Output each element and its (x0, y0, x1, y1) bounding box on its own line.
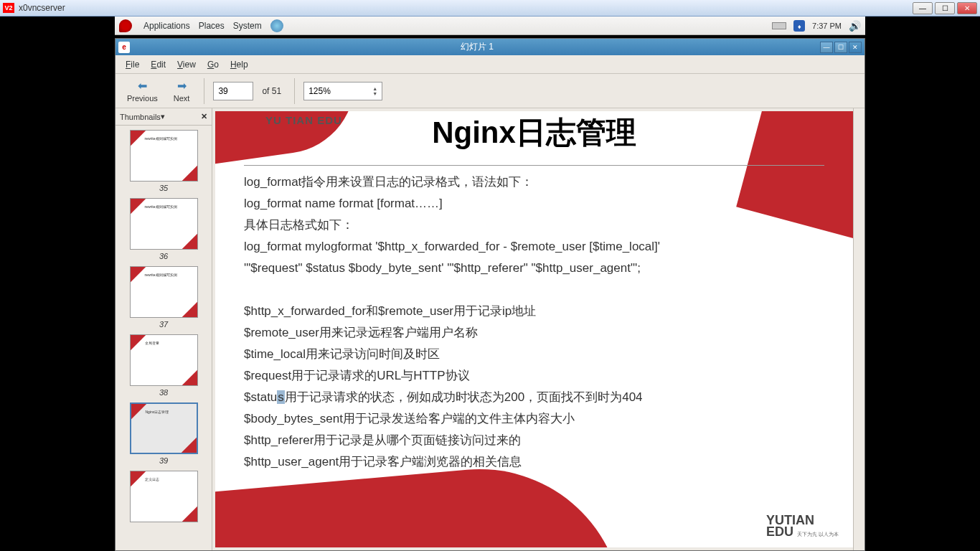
menu-go[interactable]: Go (203, 58, 223, 71)
menubar: File Edit View Go Help (116, 55, 864, 74)
thumbnail-item[interactable]: rewrite规则编写实例37 (116, 266, 212, 329)
app-maximize-button[interactable]: ☐ (834, 42, 847, 53)
thumbnail-item[interactable]: Nginx日志管理39 (116, 402, 212, 465)
app-minimize-button[interactable]: — (820, 42, 833, 53)
menu-applications[interactable]: Applications (143, 21, 190, 31)
arrow-left-icon: ⬅ (138, 79, 147, 93)
app-close-button[interactable]: ✕ (849, 42, 862, 53)
separator (204, 78, 204, 104)
speaker-icon[interactable]: 🔊 (849, 20, 861, 32)
app-title: 幻灯片 1 (134, 41, 820, 53)
browser-icon[interactable] (270, 19, 283, 32)
menu-system[interactable]: System (233, 21, 262, 31)
thumbnail-item[interactable]: rewrite规则编写实例35 (116, 130, 212, 192)
slide-title: Nginx日志管理 (215, 113, 853, 153)
menu-file[interactable]: File (121, 58, 143, 71)
scrollbar[interactable] (853, 108, 864, 550)
thumbnail-item[interactable]: 定义日志 (116, 471, 212, 524)
battery-icon[interactable] (772, 22, 786, 29)
menu-view[interactable]: View (173, 58, 200, 71)
previous-button[interactable]: ⬅ Previous (121, 77, 164, 104)
left-black (0, 17, 115, 551)
page-total: of 51 (262, 86, 281, 96)
app-titlebar[interactable]: e 幻灯片 1 — ☐ ✕ (116, 39, 864, 55)
redhat-icon[interactable] (119, 19, 132, 32)
bluetooth-icon[interactable]: ⬧ (793, 20, 805, 32)
close-button[interactable]: ✕ (957, 2, 977, 14)
thumbnail-item[interactable]: rewrite规则编写实例36 (116, 198, 212, 260)
slide: YU TIAN EDU Nginx日志管理 log_format指令用来设置日志… (215, 111, 853, 547)
thumbnails-header: Thumbnails ▾ ✕ (116, 108, 212, 126)
app-window: e 幻灯片 1 — ☐ ✕ File Edit View Go Help ⬅ P… (115, 38, 865, 551)
arrow-right-icon: ➡ (177, 79, 187, 93)
slide-viewport[interactable]: YU TIAN EDU Nginx日志管理 log_format指令用来设置日志… (212, 108, 864, 550)
thumbnails-panel: Thumbnails ▾ ✕ rewrite规则编写实例35rewrite规则编… (116, 108, 212, 550)
vnc-title: x0vncserver (19, 3, 913, 13)
thumbnails-close-button[interactable]: ✕ (201, 112, 207, 121)
minimize-button[interactable]: — (913, 2, 933, 14)
next-button[interactable]: ➡ Next (168, 77, 196, 104)
app-icon: e (118, 42, 130, 53)
menu-places[interactable]: Places (199, 21, 225, 31)
logo: YUTIAN EDU 天下为先 以人为本 (766, 514, 839, 540)
maximize-button[interactable]: ☐ (935, 2, 955, 14)
menu-edit[interactable]: Edit (146, 58, 170, 71)
thumbnail-item[interactable]: 全局变量38 (116, 334, 212, 397)
right-black (865, 17, 980, 551)
page-input[interactable] (213, 82, 253, 100)
toolbar: ⬅ Previous ➡ Next of 51 125% ▲▼ (116, 74, 864, 108)
separator (294, 78, 295, 104)
vnc-icon: V2 (3, 3, 14, 13)
zoom-select[interactable]: 125% ▲▼ (303, 82, 382, 100)
gnome-panel: Applications Places System ⬧ 7:37 PM 🔊 (115, 17, 865, 35)
vnc-titlebar: V2 x0vncserver — ☐ ✕ (0, 0, 980, 17)
clock[interactable]: 7:37 PM (812, 22, 842, 30)
menu-help[interactable]: Help (226, 58, 253, 71)
thumbnails-list[interactable]: rewrite规则编写实例35rewrite规则编写实例36rewrite规则编… (116, 126, 212, 550)
slide-body: log_format指令用来设置日志的记录格式，语法如下： log_format… (244, 165, 824, 473)
